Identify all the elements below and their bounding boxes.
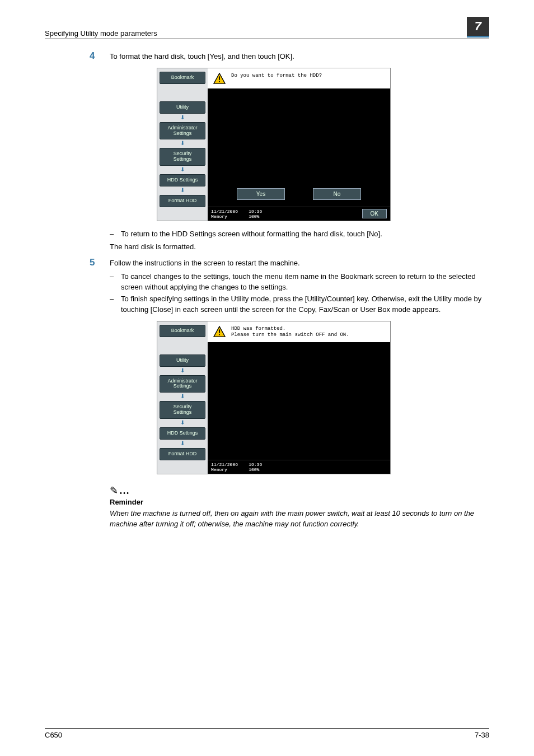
down-arrow-icon: ⬇ — [160, 187, 205, 193]
down-arrow-icon: ⬇ — [160, 166, 205, 172]
step4-note2: The hard disk is formatted. — [110, 242, 489, 253]
step4-text: To format the hard disk, touch [Yes], an… — [110, 52, 489, 62]
status-bar-left: 11/21/2006 19:36 Memory 100% — [211, 209, 262, 219]
dialog-message: Do you want to format the HDD? — [231, 73, 322, 79]
bookmark-button[interactable]: Bookmark — [160, 72, 205, 84]
no-button[interactable]: No — [313, 188, 361, 200]
utility-button[interactable]: Utility — [160, 101, 205, 114]
step4-note1: To return to the HDD Settings screen wit… — [121, 229, 382, 240]
header-title: Specifying Utility mode parameters — [45, 29, 157, 38]
step5-bullet2: To finish specifying settings in the Uti… — [121, 294, 489, 315]
footer-page: 7-38 — [475, 731, 489, 739]
dialog-message: HDD was formatted. Please turn the main … — [231, 326, 349, 338]
format-hdd-button[interactable]: Format HDD — [160, 448, 205, 460]
svg-rect-4 — [219, 329, 220, 333]
svg-rect-5 — [219, 334, 220, 335]
ok-button[interactable]: OK — [362, 209, 387, 218]
format-hdd-button[interactable]: Format HDD — [160, 195, 205, 207]
down-arrow-icon: ⬇ — [160, 419, 205, 426]
admin-settings-button[interactable]: Administrator Settings — [160, 122, 205, 140]
hdd-settings-button[interactable]: HDD Settings — [160, 174, 205, 186]
bookmark-button[interactable]: Bookmark — [160, 325, 205, 337]
step5-bullet1: To cancel changes to the settings, touch… — [121, 272, 489, 293]
down-arrow-icon: ⬇ — [160, 440, 205, 446]
security-settings-button[interactable]: Security Settings — [160, 401, 205, 419]
step-number-5: 5 — [90, 257, 110, 268]
yes-button[interactable]: Yes — [237, 188, 285, 200]
screenshot-format-done: Bookmark Utility ⬇ Administrator Setting… — [157, 321, 391, 474]
admin-settings-button[interactable]: Administrator Settings — [160, 375, 205, 393]
down-arrow-icon: ⬇ — [160, 114, 205, 120]
screenshot-format-confirm: Bookmark Utility ⬇ Administrator Setting… — [157, 68, 391, 221]
svg-rect-1 — [219, 76, 220, 80]
down-arrow-icon: ⬇ — [160, 393, 205, 399]
security-settings-button[interactable]: Security Settings — [160, 148, 205, 166]
reminder-text: When the machine is turned off, then on … — [110, 508, 489, 530]
down-arrow-icon: ⬇ — [160, 367, 205, 374]
hdd-settings-button[interactable]: HDD Settings — [160, 427, 205, 440]
utility-button[interactable]: Utility — [160, 354, 205, 367]
down-arrow-icon: ⬇ — [160, 140, 205, 146]
note-icon: ✎… — [110, 484, 489, 497]
svg-rect-2 — [219, 81, 220, 82]
warning-icon — [213, 326, 226, 337]
warning-icon — [213, 73, 226, 84]
status-bar-left: 11/21/2006 19:36 Memory 100% — [211, 462, 262, 472]
chapter-number: 7 — [467, 17, 489, 38]
step-number-4: 4 — [90, 50, 110, 62]
reminder-label: Reminder — [110, 498, 489, 506]
step5-text: Follow the instructions in the screen to… — [110, 258, 489, 269]
footer-model: C650 — [45, 731, 62, 739]
